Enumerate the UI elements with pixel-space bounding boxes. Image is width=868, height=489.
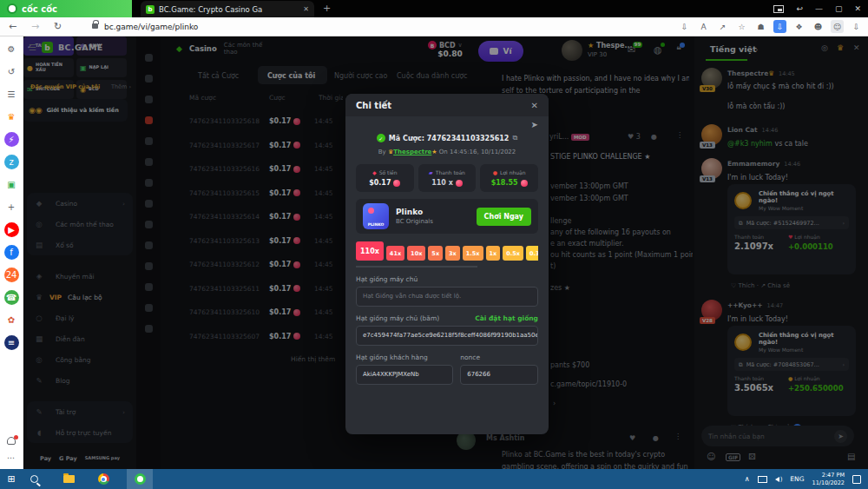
lock-icon[interactable] [92, 23, 98, 29]
tab-title: BC.Game: Crypto Casino Ga [159, 5, 299, 14]
file-explorer-icon[interactable] [57, 469, 80, 489]
bet-details-modal: Chi tiết ✕ ➤ ✓ Mã Cược: 7476234110332561… [345, 94, 549, 434]
extension-icon[interactable]: A [697, 20, 710, 33]
forward-icon[interactable]: → [31, 21, 39, 32]
player-link[interactable]: Thespectre [393, 149, 431, 155]
seed-settings-link[interactable]: Cài đặt hạt giống [475, 314, 538, 322]
volume-icon[interactable]: ) [775, 476, 783, 483]
tab-close-icon[interactable]: ✕ [303, 5, 309, 13]
rail-app-icon[interactable]: ▣ [4, 177, 19, 192]
multiplier-chip[interactable]: 10x [407, 246, 425, 261]
maximize-button[interactable]: ▢ [835, 4, 843, 13]
chips-scrollbar[interactable] [356, 266, 477, 268]
stat-box: ▰Thanh toán 110 x [418, 164, 477, 192]
extension-icon[interactable]: ⇩ [678, 20, 691, 33]
rail-app-icon[interactable]: f [4, 245, 19, 260]
start-button[interactable]: ⊞ [0, 469, 23, 489]
notification-dot [14, 435, 18, 439]
stat-value: 110 x [431, 179, 453, 187]
stat-label: Thanh toán [436, 169, 465, 175]
browser-tab[interactable]: b BC.Game: Crypto Casino Ga ✕ [141, 1, 314, 17]
reload-icon[interactable]: ↻ [54, 21, 62, 32]
window-controls: ↩ — ▢ ✕ [773, 0, 861, 17]
stat-icon: ▰ [429, 169, 433, 175]
multiplier-chip[interactable]: 41x [386, 246, 404, 261]
extension-icon[interactable]: ↗ [716, 20, 729, 33]
show-hidden-icons[interactable]: ∧ [745, 475, 750, 483]
modal-close-icon[interactable]: ✕ [531, 101, 538, 110]
multiplier-chip[interactable]: 5x [428, 246, 443, 261]
extension-icon[interactable]: ☗ [754, 20, 767, 33]
rail-app-icon[interactable]: ↺ [4, 64, 19, 79]
extension-icon[interactable]: ⇩ [773, 20, 786, 33]
plinko-thumbnail[interactable]: PLINKO [363, 203, 389, 229]
multiplier-chip[interactable]: 3x [445, 246, 460, 261]
time: 2:47 PM [822, 472, 845, 479]
game-provider: BC Originals [396, 218, 433, 225]
nonce-label: nonce [460, 354, 538, 361]
pip-icon[interactable] [773, 5, 784, 13]
client-seed-label: Hạt giống khách hàng [356, 354, 453, 361]
extension-icon[interactable]: ⇩ [850, 20, 863, 33]
nonce-field[interactable]: 676266 [460, 365, 538, 385]
bet-author-line: By ♛Thespectre★ On 14:45:16, 10/11/2022 [356, 149, 538, 155]
action-center-icon[interactable] [852, 475, 861, 484]
close-button[interactable]: ✕ [854, 4, 861, 13]
multiplier-chip[interactable]: 0.3x [526, 246, 538, 261]
rail-app-icon[interactable]: 24 [4, 268, 19, 282]
copy-icon[interactable]: ⧉ [512, 134, 517, 142]
url-text[interactable]: bc.game/vi/game/plinko [104, 23, 198, 31]
rail-app-icon[interactable]: ☰ [4, 87, 19, 102]
server-seed-field[interactable]: Hạt Giống vẫn chưa được tiết lộ. [356, 287, 538, 307]
play-now-button[interactable]: Chơi Ngay [477, 208, 531, 226]
medal-icon: ★ [431, 149, 437, 155]
rail-app-icon[interactable]: ✿ [4, 313, 19, 327]
extension-icon[interactable]: ☺ [831, 20, 844, 33]
stat-value: $18.55 [491, 179, 518, 187]
notifications-bell-icon[interactable] [7, 437, 16, 445]
multiplier-chip[interactable]: 0.5x [503, 246, 523, 261]
rail-app-icon[interactable]: ♛ [4, 109, 19, 124]
multiplier-chip[interactable]: 1x [486, 246, 501, 261]
rail-more-icon[interactable]: ⋯ [7, 453, 15, 462]
coccoc-brand-label: cốc cốc [22, 4, 57, 14]
server-seed-label: Hạt giống máy chủ [356, 275, 538, 283]
rail-app-icon[interactable]: ⚡ [4, 132, 19, 147]
stat-box: ◆Số tiền $0.17 [356, 164, 414, 192]
modal-bet-id: Mã Cược: 74762341103325612 [389, 135, 510, 142]
network-icon[interactable] [758, 476, 767, 483]
rail-app-icon[interactable]: ≡ [4, 335, 19, 350]
coccoc-taskbar-icon[interactable] [127, 469, 153, 489]
extension-icon[interactable]: ❖ [792, 20, 806, 33]
game-card: PLINKO Plinko BC Originals Chơi Ngay [356, 199, 538, 234]
screen: cốc cốc b BC.Game: Crypto Casino Ga ✕ + … [0, 0, 868, 489]
stat-label: Số tiền [379, 169, 398, 175]
chrome-icon[interactable] [92, 469, 115, 489]
new-tab-button[interactable]: + [323, 3, 331, 14]
rail-app-icon[interactable]: ▶ [4, 222, 19, 237]
minimize-button[interactable]: — [815, 4, 823, 13]
language-indicator[interactable]: ENG [790, 475, 804, 483]
coccoc-brand[interactable]: cốc cốc [0, 0, 132, 17]
hashed-seed-label: Hạt giống máy chủ (băm) [356, 314, 439, 322]
extension-icon[interactable]: ☆ [735, 20, 748, 33]
hashed-seed-field[interactable]: e7c459474fa77ae5ce9e6218f5f8ceff4086f991… [356, 326, 538, 346]
rail-app-icon[interactable]: + [4, 200, 19, 215]
rollback-icon[interactable]: ↩ [796, 4, 803, 13]
extension-icon[interactable]: ☻ [812, 20, 825, 33]
client-seed-field[interactable]: AkiA4XKKPJMXeNb [356, 365, 453, 385]
game-name: Plinko [396, 208, 433, 216]
search-icon[interactable] [23, 469, 45, 489]
multiplier-chips: 110x 41x10x5x3x1.5x1x0.5x0.3x [356, 241, 538, 261]
rail-app-icon[interactable]: ⚙ [4, 42, 19, 56]
rail-app-icon[interactable]: ☎ [4, 290, 19, 305]
share-bet-icon[interactable]: ➤ [356, 120, 538, 132]
bcd-gem-icon [521, 180, 528, 187]
rail-app-icon[interactable]: z [4, 155, 19, 169]
windows-taskbar: ⊞ ∧ ) ENG 2:47 PM11/10/2022 [0, 469, 868, 489]
clock[interactable]: 2:47 PM11/10/2022 [812, 472, 845, 487]
coccoc-logo-icon [7, 3, 17, 14]
back-icon[interactable]: ← [9, 21, 16, 32]
multiplier-chip[interactable]: 1.5x [463, 246, 483, 261]
multiplier-chip-active[interactable]: 110x [356, 241, 384, 261]
